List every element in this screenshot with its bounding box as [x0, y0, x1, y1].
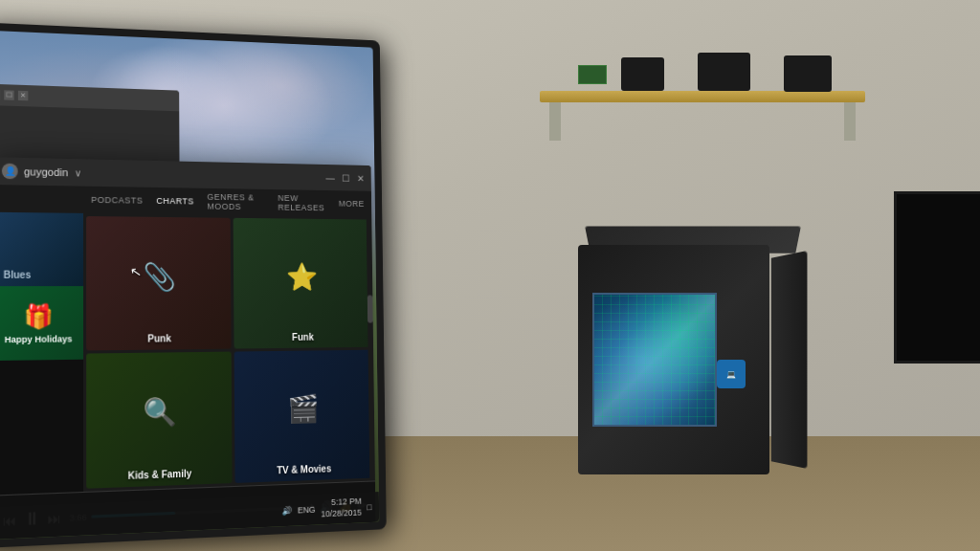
taskbar-clock: 5:12 PM 10/28/2015 [321, 496, 362, 520]
music-title-left: 👤 guygodin ∨ [2, 164, 81, 181]
tv-movies-label: TV & Movies [277, 463, 331, 475]
taskbar-network-icon[interactable]: ENG [298, 505, 316, 516]
funk-label: Funk [292, 331, 314, 342]
music-app-window: 👤 guygodin ∨ — ☐ ✕ PODCASTS CHARTS GENRE… [0, 157, 376, 540]
wall-shelf [540, 91, 865, 102]
monitor-outer: — ☐ ✕ 👤 guygodin ∨ — ☐ ✕ [0, 22, 387, 548]
pc-window [592, 293, 717, 427]
kids-label: Kids & Family [128, 468, 192, 481]
pc-case: 💻 [578, 226, 808, 474]
scrollbar-thumb[interactable] [368, 296, 373, 323]
tv-frame [894, 191, 980, 364]
taskbar-date: 10/28/2015 [321, 508, 362, 520]
blues-label: Blues [4, 270, 32, 280]
tv-movies-icon: 🎬 [287, 393, 320, 425]
music-title-controls: — ☐ ✕ [325, 172, 364, 183]
taskbar-icons: 🔊 ENG 5:12 PM 10/28/2015 □ [281, 496, 371, 522]
genre-card-kids[interactable]: 🔍 Kids & Family [86, 351, 232, 489]
genre-card-punk[interactable]: 📎 Punk [86, 216, 231, 350]
circuit-board-shelf [578, 65, 607, 84]
holiday-gift-icon: 🎁 [24, 302, 54, 330]
monitor-container: — ☐ ✕ 👤 guygodin ∨ — ☐ ✕ [0, 22, 387, 548]
pc-case-side [771, 251, 808, 469]
shelf-item-2 [698, 53, 750, 91]
genre-grid: 📎 Punk ⭐ Funk 🔍 Kids & Family 🎬 TV & Mov… [83, 213, 375, 492]
genre-card-funk[interactable]: ⭐ Funk [233, 218, 370, 348]
music-minimize-btn[interactable]: — [325, 172, 334, 183]
sidebar-holiday[interactable]: 🎁 Happy Holidays [0, 286, 83, 361]
shelf-item-1 [621, 57, 664, 91]
funk-icon: ⭐ [286, 261, 319, 292]
monitor-screen: — ☐ ✕ 👤 guygodin ∨ — ☐ ✕ [0, 31, 379, 540]
sidebar-blues[interactable]: Blues [0, 212, 83, 286]
browser-window: — ☐ ✕ [0, 83, 180, 165]
taskbar-volume-icon[interactable]: 🔊 [281, 506, 292, 516]
nav-more[interactable]: MORE [339, 199, 365, 209]
nav-charts[interactable]: CHARTS [156, 196, 194, 207]
user-avatar: 👤 [2, 164, 18, 180]
pc-case-body: 💻 [578, 245, 769, 474]
browser-maximize-btn[interactable]: ☐ [4, 90, 14, 99]
pc-logo: 💻 [717, 360, 746, 388]
punk-label: Punk [147, 333, 171, 343]
kids-icon: 🔍 [143, 396, 176, 429]
taskbar-desktop-icon[interactable]: □ [367, 502, 371, 512]
dropdown-arrow-icon: ∨ [74, 167, 80, 178]
nav-new-releases[interactable]: NEW RELEASES [278, 193, 326, 212]
music-sidebar: Blues 🎁 Happy Holidays [0, 212, 83, 496]
browser-close-btn[interactable]: ✕ [18, 91, 28, 100]
nav-genres-moods[interactable]: GENRES & MOODS [208, 192, 266, 212]
music-top-nav: PODCASTS CHARTS GENRES & MOODS NEW RELEA… [83, 187, 371, 217]
shelf-item-3 [784, 55, 832, 92]
punk-icon: 📎 [143, 260, 176, 292]
genre-card-tv-movies[interactable]: 🎬 TV & Movies [234, 349, 372, 483]
music-maximize-btn[interactable]: ☐ [342, 173, 349, 184]
nav-podcasts[interactable]: PODCASTS [91, 195, 143, 206]
music-close-btn[interactable]: ✕ [357, 173, 365, 184]
music-app-username: guygodin [24, 165, 68, 178]
holiday-label: Happy Holidays [5, 334, 73, 344]
